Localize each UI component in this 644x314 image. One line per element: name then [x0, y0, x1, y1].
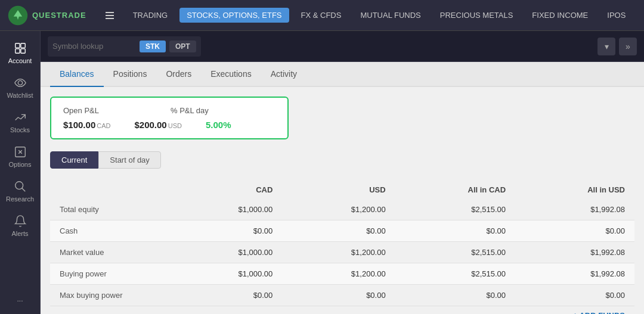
svg-rect-2 [20, 43, 24, 48]
balance-table: CAD USD All in CAD All in USD Total equi… [50, 181, 634, 314]
logo-text: QUESTRADE [32, 11, 86, 20]
row-all-cad: $0.00 [395, 220, 515, 242]
sidebar-item-research[interactable]: Research [0, 174, 40, 209]
sidebar: Account Watchlist Stocks Options [0, 31, 41, 314]
stk-button[interactable]: STK [140, 41, 166, 52]
row-usd: $1,200.00 [282, 242, 395, 263]
start-of-day-toggle-btn[interactable]: Start of day [98, 151, 160, 169]
row-all-usd: $1,992.08 [515, 199, 634, 220]
row-usd: $0.00 [282, 220, 395, 242]
add-funds-link[interactable]: + ADD FUNDS [50, 306, 634, 315]
row-usd: $1,200.00 [282, 199, 395, 220]
more-label: ... [17, 295, 23, 303]
tab-orders[interactable]: Orders [156, 62, 201, 87]
tab-positions[interactable]: Positions [104, 62, 157, 87]
tab-executions[interactable]: Executions [201, 62, 261, 87]
logo-icon [7, 5, 29, 26]
svg-point-5 [18, 80, 22, 85]
open-pnl-label: Open P&L [63, 106, 99, 115]
table-row: Buying power $1,000.00 $1,200.00 $2,515.… [50, 263, 634, 285]
pct-pnl-label: % P&L day [171, 106, 209, 115]
sidebar-more-btn[interactable]: ... [0, 289, 40, 309]
row-all-cad: $0.00 [395, 285, 515, 306]
content-area: Balances Positions Orders Executions Act… [41, 62, 644, 314]
row-cad: $1,000.00 [169, 263, 282, 285]
tab-balances[interactable]: Balances [50, 62, 104, 87]
table-row: Market value $1,000.00 $1,200.00 $2,515.… [50, 242, 634, 263]
stocks-label: Stocks [10, 126, 30, 133]
pnl-header: Open P&L % P&L day [63, 106, 275, 115]
svg-rect-3 [15, 49, 19, 53]
right-panel: STK OPT ▾ » Balances Positions Orders Ex… [41, 31, 644, 314]
col-header-label [50, 181, 169, 199]
row-all-cad: $2,515.00 [395, 242, 515, 263]
pnl-pct-value: 5.00% [206, 120, 231, 130]
view-toggle: Current Start of day [50, 151, 634, 169]
row-label: Total equity [50, 199, 169, 220]
ipos-btn[interactable]: IPOS [600, 8, 633, 23]
row-cad: $0.00 [169, 285, 282, 306]
tabs: Balances Positions Orders Executions Act… [41, 62, 644, 87]
row-all-usd: $0.00 [515, 285, 634, 306]
dropdown-icon-btn[interactable]: ▾ [597, 38, 615, 55]
col-header-all-cad: All in CAD [395, 181, 515, 199]
row-cad: $1,000.00 [169, 242, 282, 263]
fixed-income-btn[interactable]: FIXED INCOME [525, 8, 595, 23]
row-label: Buying power [50, 263, 169, 285]
sidebar-item-watchlist[interactable]: Watchlist [0, 70, 40, 105]
content-inner: Open P&L % P&L day $100.00CAD $200.00USD… [41, 87, 644, 314]
svg-line-10 [21, 188, 25, 192]
hamburger-btn[interactable] [98, 9, 121, 22]
pnl-usd-value: $200.00USD [134, 120, 181, 130]
symbol-input[interactable] [52, 42, 136, 51]
symbol-bar-actions: ▾ » [597, 38, 637, 55]
svg-point-9 [15, 182, 23, 189]
precious-metals-btn[interactable]: PRECIOUS METALS [433, 8, 521, 23]
symbol-lookup-wrap: STK OPT [48, 36, 201, 57]
row-label: Market value [50, 242, 169, 263]
col-header-all-usd: All in USD [515, 181, 634, 199]
row-label: Cash [50, 220, 169, 242]
symbol-bar: STK OPT ▾ » [41, 31, 644, 62]
row-cad: $1,000.00 [169, 199, 282, 220]
account-label: Account [8, 57, 32, 64]
trading-btn[interactable]: TRADING [126, 8, 175, 23]
mutual-funds-btn[interactable]: MUTUAL FUNDS [353, 8, 428, 23]
svg-rect-4 [20, 49, 24, 53]
row-all-usd: $1,992.08 [515, 263, 634, 285]
top-nav: QUESTRADE TRADING STOCKS, OPTIONS, ETFS … [0, 0, 644, 31]
research-label: Research [6, 195, 34, 203]
main-layout: Account Watchlist Stocks Options [0, 31, 644, 314]
col-header-usd: USD [282, 181, 395, 199]
options-label: Options [9, 161, 32, 168]
row-cad: $0.00 [169, 220, 282, 242]
alerts-label: Alerts [11, 230, 28, 237]
sidebar-item-alerts[interactable]: Alerts [0, 209, 40, 243]
sidebar-item-stocks[interactable]: Stocks [0, 105, 40, 139]
pnl-values: $100.00CAD $200.00USD 5.00% [63, 120, 275, 130]
sidebar-item-options[interactable]: Options [0, 139, 40, 174]
logo: QUESTRADE [7, 5, 86, 26]
table-row: Max buying power $0.00 $0.00 $0.00 $0.00 [50, 285, 634, 306]
current-toggle-btn[interactable]: Current [50, 151, 98, 169]
row-usd: $1,200.00 [282, 263, 395, 285]
row-all-cad: $2,515.00 [395, 199, 515, 220]
sidebar-item-account[interactable]: Account [0, 36, 40, 70]
stocks-options-etfs-btn[interactable]: STOCKS, OPTIONS, ETFS [179, 8, 289, 23]
tab-activity[interactable]: Activity [261, 62, 306, 87]
fx-cfds-btn[interactable]: FX & CFDS [294, 8, 349, 23]
watchlist-label: Watchlist [7, 92, 33, 99]
opt-button[interactable]: OPT [169, 41, 196, 52]
row-usd: $0.00 [282, 285, 395, 306]
col-header-cad: CAD [169, 181, 282, 199]
expand-icon-btn[interactable]: » [619, 38, 637, 55]
table-row: Cash $0.00 $0.00 $0.00 $0.00 [50, 220, 634, 242]
table-row: Total equity $1,000.00 $1,200.00 $2,515.… [50, 199, 634, 220]
svg-rect-1 [15, 43, 19, 48]
row-all-cad: $2,515.00 [395, 263, 515, 285]
row-all-usd: $1,992.08 [515, 242, 634, 263]
row-label: Max buying power [50, 285, 169, 306]
pnl-cad-value: $100.00CAD [63, 120, 110, 130]
pnl-card: Open P&L % P&L day $100.00CAD $200.00USD… [50, 97, 289, 139]
row-all-usd: $0.00 [515, 220, 634, 242]
